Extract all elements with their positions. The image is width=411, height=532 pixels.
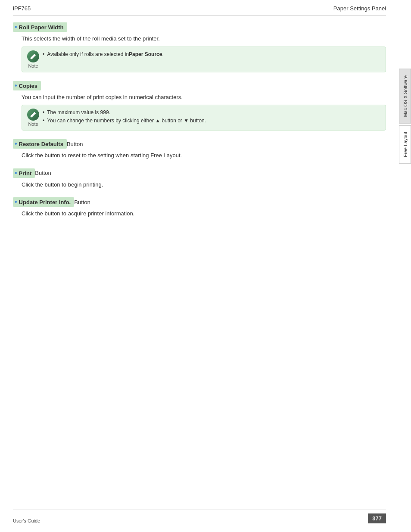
- section-restore-defaults: •Restore Defaults ButtonClick the button…: [13, 139, 386, 160]
- note-box-copies: NoteThe maximum value is 999.You can cha…: [22, 105, 386, 131]
- section-title-bold-copies: Copies: [19, 83, 37, 89]
- bullet-highlight-print: •Print: [13, 168, 35, 178]
- bullet-highlight-update-printer-info: •Update Printer Info.: [13, 197, 74, 207]
- note-content-copies: The maximum value is 999.You can change …: [43, 109, 206, 125]
- note-content-roll-paper-width: Available only if rolls are selected in …: [43, 50, 164, 59]
- note-icon-container-copies: Note: [27, 109, 39, 127]
- section-title-bold-restore-defaults: Restore Defaults: [19, 141, 63, 147]
- note-box-roll-paper-width: NoteAvailable only if rolls are selected…: [22, 47, 386, 72]
- section-desc-update-printer-info: Click the button to acquire printer info…: [22, 209, 386, 218]
- note-item-roll-paper-width-0: Available only if rolls are selected in …: [43, 50, 164, 59]
- note-item-copies-0: The maximum value is 999.: [43, 109, 206, 117]
- section-desc-roll-paper-width: This selects the width of the roll media…: [22, 34, 386, 43]
- page-header: iPF765 Paper Settings Panel: [13, 0, 386, 16]
- section-desc-print: Click the button to begin printing.: [22, 180, 386, 189]
- note-icon-container-roll-paper-width: Note: [27, 50, 39, 68]
- section-print: •Print ButtonClick the button to begin p…: [13, 168, 386, 189]
- section-title-normal-update-printer-info: Button: [74, 199, 90, 205]
- bullet-highlight-roll-paper-width: •Roll Paper Width: [13, 22, 67, 32]
- section-title-print: •Print Button: [13, 168, 386, 178]
- tab-mac-os-x-software[interactable]: Mac OS X Software: [399, 69, 411, 124]
- tab-free-layout[interactable]: Free Layout: [399, 125, 411, 164]
- header-left: iPF765: [13, 5, 31, 12]
- sidebar-tabs: Mac OS X Software Free Layout: [399, 0, 411, 532]
- users-guide-label: User's Guide: [13, 518, 40, 523]
- note-label-roll-paper-width: Note: [28, 63, 38, 68]
- pencil-icon-roll-paper-width: [27, 50, 39, 62]
- section-title-bold-update-printer-info: Update Printer Info.: [19, 199, 71, 205]
- note-label-copies: Note: [28, 121, 38, 127]
- bullet-dot-restore-defaults: •: [15, 140, 17, 147]
- section-title-bold-print: Print: [19, 170, 32, 177]
- section-desc-restore-defaults: Click the button to reset to the setting…: [22, 151, 386, 160]
- bullet-highlight-copies: •Copies: [13, 81, 41, 90]
- section-title-copies: •Copies: [13, 81, 386, 90]
- bullet-dot-copies: •: [15, 82, 17, 89]
- bullet-dot-roll-paper-width: •: [15, 23, 17, 31]
- header-right: Paper Settings Panel: [333, 5, 386, 12]
- section-title-bold-roll-paper-width: Roll Paper Width: [19, 24, 64, 31]
- bullet-dot-update-printer-info: •: [15, 198, 17, 205]
- sections-container: •Roll Paper WidthThis selects the width …: [13, 22, 386, 218]
- bullet-highlight-restore-defaults: •Restore Defaults: [13, 139, 67, 149]
- page-number: 377: [368, 513, 386, 523]
- note-item-copies-1: You can change the numbers by clicking e…: [43, 117, 206, 125]
- section-roll-paper-width: •Roll Paper WidthThis selects the width …: [13, 22, 386, 72]
- section-title-roll-paper-width: •Roll Paper Width: [13, 22, 386, 32]
- section-desc-copies: You can input the number of print copies…: [22, 93, 386, 102]
- bullet-dot-print: •: [15, 169, 17, 177]
- page-footer: User's Guide 377: [13, 510, 386, 523]
- section-copies: •CopiesYou can input the number of print…: [13, 81, 386, 131]
- section-title-restore-defaults: •Restore Defaults Button: [13, 139, 386, 149]
- section-title-normal-print: Button: [35, 170, 51, 176]
- section-title-normal-restore-defaults: Button: [67, 141, 83, 147]
- section-title-update-printer-info: •Update Printer Info. Button: [13, 197, 386, 207]
- section-update-printer-info: •Update Printer Info. ButtonClick the bu…: [13, 197, 386, 218]
- pencil-icon-copies: [27, 109, 39, 121]
